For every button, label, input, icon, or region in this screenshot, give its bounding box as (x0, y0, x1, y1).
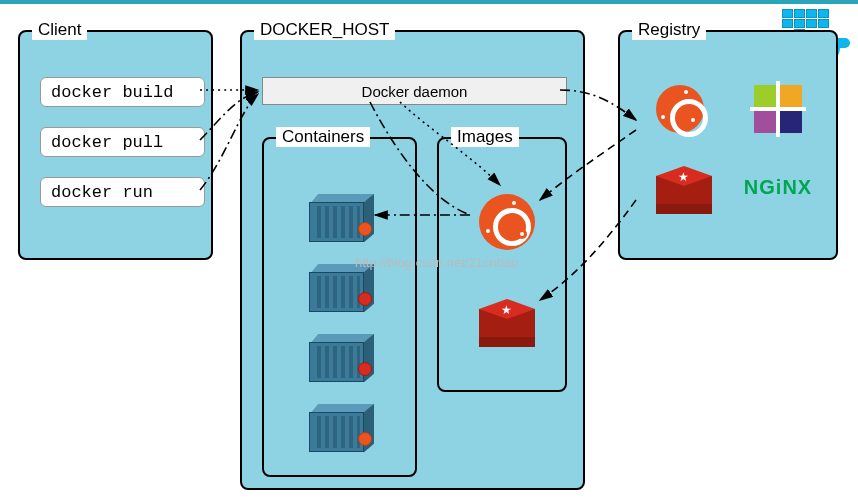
images-title: Images (451, 127, 519, 147)
ubuntu-image-icon (479, 194, 535, 250)
nginx-registry-icon: NGiNX (744, 176, 812, 199)
host-title: DOCKER_HOST (254, 20, 395, 40)
registry-title: Registry (632, 20, 706, 40)
ubuntu-registry-icon (656, 85, 704, 133)
container-icon (309, 404, 374, 454)
containers-title: Containers (276, 127, 370, 147)
centos-registry-icon (750, 81, 806, 137)
container-icon (309, 334, 374, 384)
containers-panel: Containers (262, 137, 417, 477)
registry-panel: Registry ★ NGiNX (618, 30, 838, 260)
client-title: Client (32, 20, 87, 40)
cmd-docker-pull: docker pull (40, 127, 205, 157)
cmd-docker-build: docker build (40, 77, 205, 107)
top-accent-bar (0, 0, 858, 4)
docker-daemon-box: Docker daemon (262, 77, 567, 105)
redis-image-icon: ★ (479, 299, 535, 347)
redis-registry-icon: ★ (656, 166, 704, 208)
container-icon (309, 264, 374, 314)
cmd-docker-run: docker run (40, 177, 205, 207)
container-icon (309, 194, 374, 244)
watermark-text: http://blog.csdn.net/21cnbao (355, 255, 518, 270)
client-panel: Client docker build docker pull docker r… (18, 30, 213, 260)
